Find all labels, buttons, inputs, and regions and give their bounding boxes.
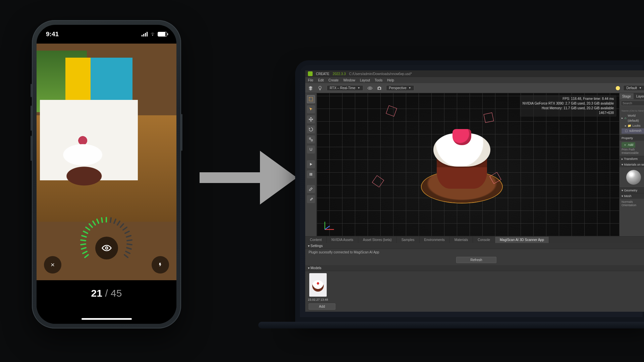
flash-button[interactable] [152,256,169,274]
plugin-models-header[interactable]: ▾ Models [305,265,644,271]
capture-progress-dial [75,210,139,274]
app-version: 2022.3.3 [333,72,346,76]
tab-content[interactable]: Content [305,237,327,243]
menu-create[interactable]: Create [328,78,338,82]
svg-point-29 [369,87,370,88]
menu-edit[interactable]: Edit [318,78,324,82]
brush-tool[interactable] [307,185,315,193]
tab-nvidia-assets[interactable]: NVIDIA Assets [327,237,358,243]
model-thumbnail[interactable]: 23.02.27 13:48 [309,273,327,301]
select-frame-tool[interactable] [307,95,315,103]
plugin-status-text: Plugin sucessfly connected to MagiScan A… [305,249,644,255]
panel-transform-header[interactable]: ▸ Transform [620,156,644,162]
snap-tool[interactable] [307,145,315,154]
tab-layer[interactable]: Layer [634,93,644,99]
tab-samples[interactable]: Samples [397,237,420,243]
selection-bounds-corner [484,113,494,123]
app-logo-icon [308,71,313,76]
svg-line-21 [127,244,132,245]
menu-file[interactable]: File [308,78,313,82]
phone-camera-viewport [37,44,176,280]
menu-window[interactable]: Window [343,78,355,82]
omniverse-app-window: CREATE 2022.3.3 C:/Users/admin/Downloads… [305,70,644,312]
plugin-refresh-button[interactable]: Refresh [456,257,496,263]
svg-rect-30 [309,98,313,101]
home-indicator [82,318,132,320]
plugin-settings-header[interactable]: ▾ Settings [305,243,644,249]
svg-line-18 [125,231,129,233]
layers-icon[interactable] [308,85,313,91]
svg-line-16 [120,224,123,227]
svg-line-37 [325,226,330,230]
svg-line-22 [127,248,131,249]
eye-toolbar-icon[interactable] [367,85,373,91]
chevron-down-icon: ▼ [409,86,411,89]
phone-bottom-bar: 21 / 45 [37,280,176,324]
panel-property-header: Property [620,135,644,141]
menu-layout[interactable]: Layout [360,78,370,82]
cell-signal-icon [142,32,148,37]
svg-line-10 [97,219,99,223]
tab-materials[interactable]: Materials [450,237,473,243]
camera-dropdown[interactable]: Perspective ▼ [386,85,414,91]
move-tool[interactable] [307,115,315,123]
shading-dropdown[interactable]: Default ▼ [623,85,644,91]
eyedropper-tool[interactable] [307,195,315,203]
panel-materials-header[interactable]: ▾ Materials on sel [620,162,644,167]
scan-thumbnail-image [309,273,327,297]
viewport-tool-rail [305,93,317,236]
svg-line-19 [126,236,131,237]
play-tool[interactable] [307,160,315,168]
3d-viewport[interactable]: FPS: 118.48, Frame time: 8.44 ms NVIDIA … [317,93,619,236]
pointer-tool[interactable] [307,105,315,113]
prop-normals: Normals [622,200,644,203]
tab-environments[interactable]: Environments [420,237,450,243]
panel-mesh-header[interactable]: ▾ Mesh [620,193,644,199]
scale-tool[interactable] [307,135,315,143]
tab-magiscan[interactable]: MagiScan AI 3D Scanner App [495,237,549,243]
pause-tool[interactable] [307,170,315,178]
capture-counter: 21 / 45 [91,288,122,299]
tab-stage[interactable]: Stage [620,93,634,99]
selection-bounds-corner [386,105,397,116]
lighting-icon[interactable] [615,85,621,91]
phone-notch [78,25,135,36]
svg-line-11 [102,218,102,222]
plugin-add-button[interactable]: Add [309,303,335,310]
menu-help[interactable]: Help [387,78,394,82]
tree-submesh[interactable]: ▢ submesh [622,128,644,133]
renderer-dropdown[interactable]: RTX – Real-Time ▼ [327,85,363,91]
scan-thumbnail-caption: 23.02.27 13:48 [308,298,328,301]
property-add-button[interactable]: ＋ Add [622,142,635,148]
tab-console[interactable]: Console [473,237,495,243]
svg-rect-33 [310,173,311,176]
svg-line-0 [85,255,88,257]
rotate-tool[interactable] [307,125,315,133]
tree-looks[interactable]: ▸ 📁 Looks [622,123,644,128]
laptop-mockup: CREATE 2022.3.3 C:/Users/admin/Downloads… [258,60,644,342]
chevron-down-icon: ▼ [639,86,642,89]
app-titlebar: CREATE 2022.3.3 C:/Users/admin/Downloads… [305,70,644,77]
stage-search-input[interactable]: Search [621,101,644,106]
svg-line-17 [123,227,127,230]
right-dock: Stage Layer Search Name (Old to New) ▸ ⌂… [619,93,644,236]
svg-line-2 [82,248,86,249]
tree-world[interactable]: ▸ ⌂ World (default) [622,113,644,124]
svg-rect-34 [311,173,312,176]
selection-bounds-corner [372,175,384,187]
cupcake-model [418,129,505,206]
stage-tree[interactable]: Name (Old to New) ▸ ⌂ World (default) ▸ … [620,107,644,135]
viewport-stats-overlay: FPS: 118.48, Frame time: 8.44 ms NVIDIA … [520,95,616,117]
svg-line-23 [126,251,130,253]
app-menubar: File Edit Create Window Layout Tools Hel… [305,77,644,83]
prop-prim-path: Prim Path [622,148,644,151]
close-capture-button[interactable] [44,256,61,274]
tab-asset-stores[interactable]: Asset Stores (beta) [358,237,397,243]
menu-tools[interactable]: Tools [375,78,382,82]
camera-icon[interactable] [377,85,382,91]
lightbulb-icon[interactable] [317,85,323,91]
prop-instanceable: Instanceable [622,151,644,155]
svg-line-15 [117,221,120,225]
panel-geometry-header[interactable]: ▾ Geometry [620,187,644,193]
svg-line-7 [86,227,90,230]
